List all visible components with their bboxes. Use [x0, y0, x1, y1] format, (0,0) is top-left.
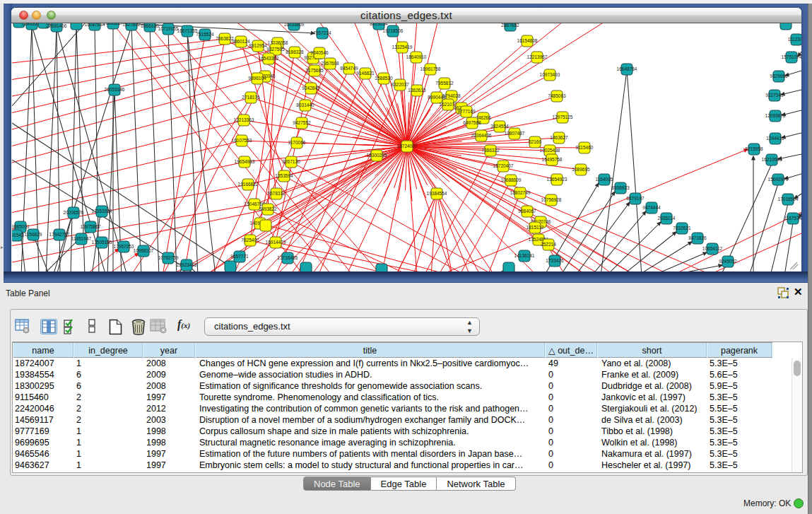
svg-text:1588520: 1588520: [375, 76, 393, 81]
svg-text:27691406: 27691406: [47, 23, 67, 28]
svg-text:2887682: 2887682: [501, 23, 519, 28]
svg-text:12213967: 12213967: [527, 54, 548, 59]
svg-text:12093872: 12093872: [765, 113, 786, 118]
svg-text:13716485: 13716485: [278, 255, 298, 260]
svg-text:8186328: 8186328: [286, 49, 304, 54]
svg-text:12923448: 12923448: [177, 262, 197, 267]
svg-text:18724007: 18724007: [397, 144, 418, 148]
svg-text:9146821: 9146821: [356, 71, 375, 76]
svg-text:9474444: 9474444: [642, 205, 661, 210]
svg-text:9657771: 9657771: [230, 254, 249, 259]
svg-text:1815112: 1815112: [526, 225, 544, 230]
svg-text:1112304: 1112304: [788, 37, 801, 42]
svg-text:19654983: 19654983: [235, 159, 255, 164]
svg-text:7386322: 7386322: [481, 148, 500, 153]
svg-text:12213363: 12213363: [234, 117, 254, 122]
svg-text:10958107: 10958107: [134, 248, 154, 253]
svg-text:8813054: 8813054: [370, 23, 388, 26]
svg-text:15046766: 15046766: [245, 201, 265, 206]
svg-text:391543: 391543: [12, 233, 24, 238]
svg-text:252214: 252214: [541, 242, 556, 247]
svg-text:1362615: 1362615: [408, 88, 426, 93]
svg-text:8471626: 8471626: [688, 235, 707, 240]
svg-text:8322037: 8322037: [391, 82, 409, 87]
svg-text:11451947: 11451947: [71, 236, 92, 241]
svg-text:9896104: 9896104: [248, 76, 266, 81]
svg-text:1527602: 1527602: [122, 23, 141, 27]
svg-text:10807487: 10807487: [505, 131, 525, 136]
svg-text:16648784: 16648784: [617, 66, 637, 71]
svg-text:10719155: 10719155: [158, 26, 179, 31]
svg-text:18802749: 18802749: [510, 190, 531, 195]
svg-text:9242845: 9242845: [302, 86, 320, 90]
svg-text:16210643: 16210643: [762, 157, 782, 162]
svg-text:16671355: 16671355: [177, 28, 198, 33]
svg-text:1167534: 1167534: [784, 216, 801, 221]
svg-text:1089695: 1089695: [572, 167, 590, 172]
svg-text:2935114: 2935114: [658, 216, 676, 221]
svg-text:13505155: 13505155: [92, 240, 112, 245]
svg-text:3267130: 3267130: [282, 159, 300, 164]
svg-text:26053346: 26053346: [105, 87, 125, 92]
svg-text:15692971: 15692971: [768, 177, 789, 182]
svg-text:1244415: 1244415: [766, 136, 784, 141]
svg-text:10688609: 10688609: [501, 177, 522, 182]
svg-text:6794028: 6794028: [442, 93, 461, 98]
svg-text:3175685: 3175685: [305, 68, 324, 73]
svg-text:16087634: 16087634: [85, 23, 105, 27]
svg-text:7515524: 7515524: [196, 32, 214, 37]
svg-text:7663822: 7663822: [216, 36, 234, 41]
svg-text:14136141: 14136141: [514, 253, 535, 258]
svg-text:9245052: 9245052: [719, 259, 737, 264]
svg-text:1733426: 1733426: [546, 258, 564, 263]
svg-text:16033809: 16033809: [284, 23, 305, 27]
svg-text:8454749: 8454749: [340, 66, 358, 71]
svg-text:1170066: 1170066: [288, 140, 306, 145]
svg-text:20364436: 20364436: [471, 133, 492, 138]
svg-text:9327505: 9327505: [266, 47, 285, 52]
svg-text:9427552: 9427552: [293, 120, 311, 125]
svg-text:7357224: 7357224: [313, 30, 331, 35]
svg-text:9684067: 9684067: [518, 209, 536, 214]
svg-text:10653267: 10653267: [103, 23, 124, 25]
svg-text:9885001: 9885001: [12, 224, 30, 229]
svg-text:1463627: 1463627: [550, 135, 568, 140]
svg-text:10654112: 10654112: [702, 246, 723, 251]
svg-text:15720407: 15720407: [493, 163, 514, 168]
svg-text:9578312: 9578312: [267, 191, 286, 196]
svg-text:19218506: 19218506: [383, 28, 404, 33]
svg-text:6966160: 6966160: [141, 23, 159, 28]
svg-text:10025438: 10025438: [540, 148, 560, 153]
svg-text:2718176: 2718176: [242, 95, 260, 100]
svg-text:3493822: 3493822: [259, 206, 277, 211]
svg-text:9777169: 9777169: [457, 109, 476, 114]
svg-text:17016504: 17016504: [778, 197, 799, 201]
svg-text:16914479: 16914479: [266, 240, 286, 245]
svg-text:8031440: 8031440: [296, 103, 314, 107]
svg-text:13654923: 13654923: [547, 177, 567, 182]
svg-text:2367608: 2367608: [321, 61, 339, 66]
svg-text:9329966: 9329966: [770, 74, 788, 78]
svg-text:15751074: 15751074: [782, 54, 801, 59]
svg-text:16154808: 16154808: [517, 38, 538, 43]
svg-text:17353924: 17353924: [92, 209, 112, 214]
svg-text:10756928: 10756928: [541, 197, 562, 202]
svg-text:1156829: 1156829: [25, 232, 42, 237]
svg-text:7632621: 7632621: [673, 226, 691, 230]
svg-text:9860124: 9860124: [232, 39, 250, 44]
svg-text:15495758: 15495758: [542, 157, 563, 162]
svg-text:10782759: 10782759: [158, 255, 179, 260]
svg-text:6497568: 6497568: [463, 120, 481, 125]
svg-text:62160: 62160: [529, 139, 541, 144]
svg-text:6879197: 6879197: [626, 196, 645, 201]
svg-text:16107553: 16107553: [232, 138, 252, 143]
svg-text:7625402: 7625402: [241, 238, 259, 243]
svg-text:7485063: 7485063: [548, 93, 566, 98]
svg-text:17942757: 17942757: [49, 232, 70, 237]
svg-text:13325419: 13325419: [392, 45, 413, 49]
svg-text:17957253: 17957253: [114, 244, 134, 249]
svg-text:8912954: 8912954: [249, 43, 267, 48]
svg-text:1164095: 1164095: [596, 177, 613, 182]
svg-text:8938923: 8938923: [611, 185, 630, 190]
svg-text:20206576: 20206576: [64, 210, 84, 215]
